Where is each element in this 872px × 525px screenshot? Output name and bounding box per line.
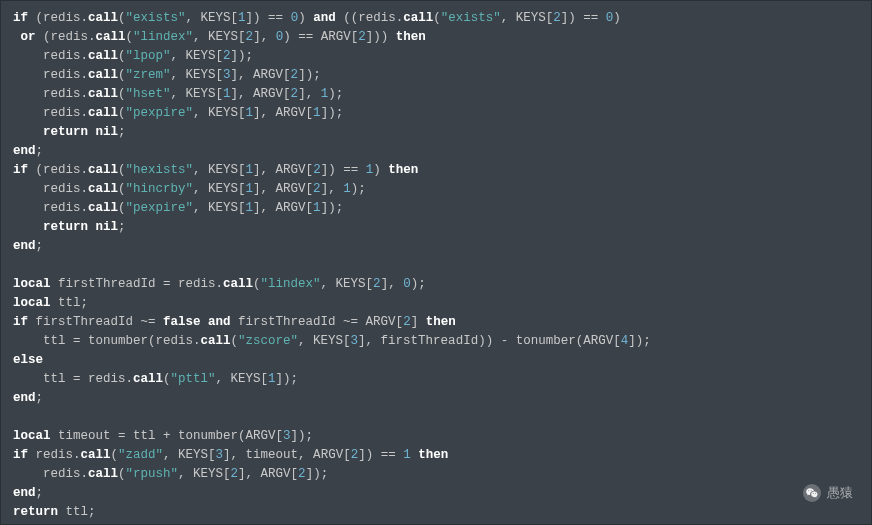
code-block[interactable]: if (redis.call("exists", KEYS[1]) == 0) … bbox=[13, 9, 859, 522]
code-line: if (redis.call("exists", KEYS[1]) == 0) … bbox=[13, 9, 859, 28]
code-token: 1 bbox=[313, 106, 321, 120]
code-token: 2 bbox=[403, 315, 411, 329]
code-line: if firstThreadId ~= false and firstThrea… bbox=[13, 313, 859, 332]
code-line: local timeout = ttl + tonumber(ARGV[3]); bbox=[13, 427, 859, 446]
code-token: firstThreadId ~= bbox=[28, 315, 163, 329]
code-token: "pexpire" bbox=[126, 106, 194, 120]
code-line: end; bbox=[13, 237, 859, 256]
code-token: call bbox=[96, 30, 126, 44]
code-token: (redis. bbox=[28, 11, 88, 25]
code-token: ]); bbox=[321, 106, 344, 120]
code-token: return bbox=[13, 505, 58, 519]
code-token: ( bbox=[118, 68, 126, 82]
code-line: ttl = tonumber(redis.call("zscore", KEYS… bbox=[13, 332, 859, 351]
code-token: and bbox=[208, 315, 231, 329]
code-token bbox=[13, 30, 21, 44]
code-token: 2 bbox=[313, 182, 321, 196]
code-token: ( bbox=[118, 11, 126, 25]
code-token: call bbox=[403, 11, 433, 25]
code-token: , KEYS[ bbox=[193, 182, 246, 196]
code-token: call bbox=[88, 106, 118, 120]
code-token: call bbox=[133, 372, 163, 386]
code-token: "lindex" bbox=[261, 277, 321, 291]
code-token: local bbox=[13, 277, 51, 291]
code-line: end; bbox=[13, 142, 859, 161]
code-token: 2 bbox=[223, 49, 231, 63]
code-token: call bbox=[88, 87, 118, 101]
code-token: ], ARGV[ bbox=[253, 201, 313, 215]
code-token: ]) == bbox=[321, 163, 366, 177]
code-line: redis.call("rpush", KEYS[2], ARGV[2]); bbox=[13, 465, 859, 484]
code-line: ttl = redis.call("pttl", KEYS[1]); bbox=[13, 370, 859, 389]
code-token: , KEYS[ bbox=[501, 11, 554, 25]
code-token: ttl = redis. bbox=[13, 372, 133, 386]
code-token: firstThreadId ~= ARGV[ bbox=[231, 315, 404, 329]
code-token: call bbox=[81, 448, 111, 462]
code-token: "zrem" bbox=[126, 68, 171, 82]
code-token: 0 bbox=[403, 277, 411, 291]
code-token: "zscore" bbox=[238, 334, 298, 348]
code-token: ]) == bbox=[358, 448, 403, 462]
code-token: ]); bbox=[321, 201, 344, 215]
code-token: ttl; bbox=[58, 505, 96, 519]
code-line: if redis.call("zadd", KEYS[3], timeout, … bbox=[13, 446, 859, 465]
code-line bbox=[13, 256, 859, 275]
code-token: 3 bbox=[351, 334, 359, 348]
code-token: ], ARGV[ bbox=[253, 106, 313, 120]
code-token: , KEYS[ bbox=[171, 68, 224, 82]
code-token: call bbox=[88, 467, 118, 481]
code-token bbox=[13, 125, 43, 139]
code-token: ); bbox=[411, 277, 426, 291]
code-line: end; bbox=[13, 484, 859, 503]
code-token: 2 bbox=[313, 163, 321, 177]
code-token: ( bbox=[126, 30, 134, 44]
code-token: , KEYS[ bbox=[186, 11, 239, 25]
code-token: nil bbox=[96, 125, 119, 139]
code-token: nil bbox=[96, 220, 119, 234]
code-token: ]); bbox=[298, 68, 321, 82]
code-line: redis.call("zrem", KEYS[3], ARGV[2]); bbox=[13, 66, 859, 85]
code-token: ], bbox=[298, 87, 321, 101]
code-token: 2 bbox=[246, 30, 254, 44]
code-line: else bbox=[13, 351, 859, 370]
code-token: 2 bbox=[291, 87, 299, 101]
code-token: redis. bbox=[13, 467, 88, 481]
code-token: 1 bbox=[238, 11, 246, 25]
code-token: ; bbox=[36, 391, 44, 405]
code-token: ttl = tonumber(redis. bbox=[13, 334, 201, 348]
code-token: ])) bbox=[366, 30, 396, 44]
code-token: redis. bbox=[28, 448, 81, 462]
code-token: then bbox=[388, 163, 418, 177]
code-token bbox=[13, 220, 43, 234]
code-line: redis.call("hincrby", KEYS[1], ARGV[2], … bbox=[13, 180, 859, 199]
code-line: local firstThreadId = redis.call("lindex… bbox=[13, 275, 859, 294]
code-token: (redis. bbox=[36, 30, 96, 44]
code-token: false bbox=[163, 315, 201, 329]
code-token: ], firstThreadId)) - tonumber(ARGV[ bbox=[358, 334, 621, 348]
code-line bbox=[13, 408, 859, 427]
code-line: return nil; bbox=[13, 218, 859, 237]
code-token: and bbox=[313, 11, 336, 25]
code-token: ); bbox=[351, 182, 366, 196]
code-token: ], bbox=[381, 277, 404, 291]
code-token: 1 bbox=[246, 201, 254, 215]
code-token: ttl; bbox=[51, 296, 89, 310]
code-token: 1 bbox=[223, 87, 231, 101]
code-line: return nil; bbox=[13, 123, 859, 142]
code-token: ]); bbox=[231, 49, 254, 63]
code-token: ]) == bbox=[561, 11, 606, 25]
code-token: ( bbox=[253, 277, 261, 291]
code-token: (redis. bbox=[28, 163, 88, 177]
code-token: ]) == bbox=[246, 11, 291, 25]
code-token: 3 bbox=[216, 448, 224, 462]
code-token: 1 bbox=[246, 182, 254, 196]
code-token: then bbox=[426, 315, 456, 329]
code-line: if (redis.call("hexists", KEYS[1], ARGV[… bbox=[13, 161, 859, 180]
code-token: "hset" bbox=[126, 87, 171, 101]
code-token: ( bbox=[111, 448, 119, 462]
code-line: local ttl; bbox=[13, 294, 859, 313]
code-token: redis. bbox=[13, 106, 88, 120]
code-token: if bbox=[13, 315, 28, 329]
code-token: ( bbox=[118, 106, 126, 120]
code-token: end bbox=[13, 239, 36, 253]
